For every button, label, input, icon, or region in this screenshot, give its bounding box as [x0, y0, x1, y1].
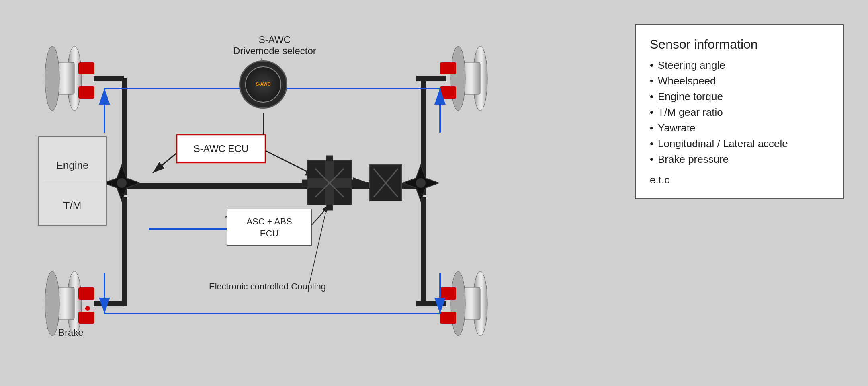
svg-point-37	[416, 178, 426, 188]
svg-rect-41	[326, 156, 333, 161]
svg-rect-27	[94, 301, 124, 306]
svg-text:S-AWC ECU: S-AWC ECU	[194, 143, 248, 154]
svg-rect-30	[122, 197, 127, 306]
drivemode-selector: S-AWC	[239, 60, 287, 109]
svg-text:T/M: T/M	[63, 199, 82, 211]
svg-point-75	[85, 306, 90, 311]
svg-rect-32	[421, 197, 426, 306]
drivetrain-svg: Engine T/M S-AWC ECU ASC + AB	[0, 0, 627, 386]
drivemode-text: S-AWC	[256, 82, 271, 87]
svg-rect-22	[440, 86, 456, 99]
svg-point-10	[451, 46, 465, 111]
svg-rect-24	[440, 312, 456, 324]
drivemode-inner: S-AWC	[245, 66, 281, 103]
svg-text:ASC + ABS: ASC + ABS	[246, 216, 292, 226]
svg-text:Brake: Brake	[58, 327, 84, 338]
sensor-item-yawrate: Yawrate	[650, 122, 829, 134]
svg-rect-21	[440, 62, 456, 74]
svg-rect-18	[78, 86, 94, 99]
sensor-item-longitudinal: Longitudinal / Lateral accele	[650, 138, 829, 150]
svg-text:Electronic controlled Coupling: Electronic controlled Coupling	[209, 281, 326, 292]
svg-rect-69	[227, 209, 311, 245]
svg-point-13	[45, 271, 59, 336]
sensor-item-steering: Steering angle	[650, 59, 829, 72]
sensor-info-title: Sensor information	[650, 37, 829, 52]
sawc-selector-label: S-AWC Drivemode selector	[233, 34, 316, 57]
sensor-item-wheelspeed: Wheelspeed	[650, 75, 829, 87]
svg-rect-25	[94, 76, 124, 81]
svg-point-7	[45, 46, 59, 111]
sensor-item-engine-torque: Engine torque	[650, 90, 829, 103]
svg-point-35	[117, 178, 127, 188]
sensor-item-brake: Brake pressure	[650, 153, 829, 166]
sensor-info-box: Sensor information Steering angle Wheels…	[635, 24, 844, 199]
svg-rect-43	[302, 180, 308, 186]
sensor-item-tm-gear: T/M gear ratio	[650, 106, 829, 119]
svg-rect-19	[78, 287, 94, 300]
svg-text:Engine: Engine	[56, 159, 89, 171]
diagram-area: Engine T/M S-AWC ECU ASC + AB	[0, 0, 868, 386]
svg-rect-17	[78, 62, 94, 74]
sensor-info-list: Steering angle Wheelspeed Engine torque …	[650, 59, 829, 166]
svg-point-16	[451, 271, 465, 336]
svg-text:ECU: ECU	[260, 228, 278, 238]
sensor-etc: e.t.c	[650, 174, 829, 186]
svg-rect-23	[440, 287, 456, 300]
svg-rect-20	[78, 312, 94, 324]
